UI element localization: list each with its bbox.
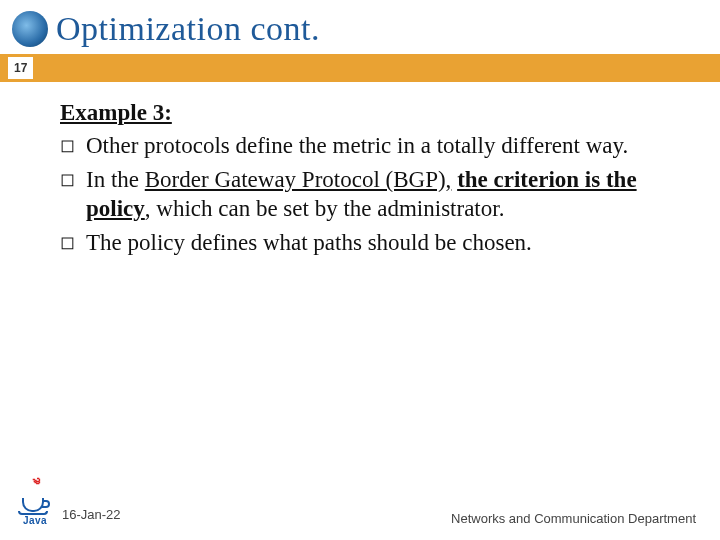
accent-bar: 17: [0, 54, 720, 82]
bullet-text: In the Border Gateway Protocol (BGP), th…: [86, 165, 666, 224]
bullet-text: Other protocols define the metric in a t…: [86, 131, 666, 160]
list-item: ◻ Other protocols define the metric in a…: [60, 131, 666, 160]
page-number-badge: 17: [8, 57, 33, 79]
java-logo-text: Java: [23, 515, 47, 526]
list-item: ◻ In the Border Gateway Protocol (BGP), …: [60, 165, 666, 224]
footer: ༄ Java 16-Jan-22 Networks and Communicat…: [0, 484, 720, 526]
bullet-icon: ◻: [60, 228, 86, 257]
footer-department: Networks and Communication Department: [451, 511, 696, 526]
slide-title: Optimization cont.: [56, 10, 320, 48]
bullet-text: The policy defines what paths should be …: [86, 228, 666, 257]
header: Optimization cont.: [0, 0, 720, 54]
bullet-list: ◻ Other protocols define the metric in a…: [60, 131, 666, 257]
example-heading: Example 3:: [60, 98, 666, 127]
slide-body: Example 3: ◻ Other protocols define the …: [0, 82, 720, 257]
footer-date: 16-Jan-22: [62, 507, 121, 522]
java-logo-icon: ༄ Java: [18, 484, 52, 526]
bullet-icon: ◻: [60, 165, 86, 224]
bullet-icon: ◻: [60, 131, 86, 160]
list-item: ◻ The policy defines what paths should b…: [60, 228, 666, 257]
globe-icon: [12, 11, 48, 47]
